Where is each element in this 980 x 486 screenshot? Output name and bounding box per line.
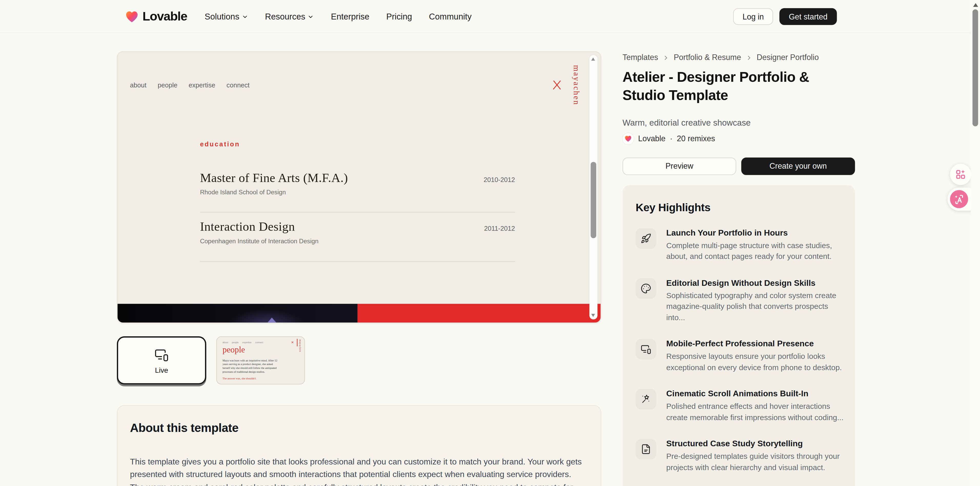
- key-highlights-panel: Key Highlights Launch Your Portfolio in …: [622, 185, 855, 486]
- nav-resources[interactable]: Resources: [265, 12, 314, 21]
- template-live-preview[interactable]: about people expertise connect mayachen …: [117, 51, 601, 323]
- highlight-item: Cinematic Scroll Animations Built-In Pol…: [636, 389, 842, 423]
- degree-years: 2010-2012: [484, 175, 515, 183]
- degree-years: 2011-2012: [484, 225, 515, 232]
- devices-icon: [154, 347, 169, 362]
- preview-footer-band: [118, 304, 600, 322]
- about-body: This template gives you a portfolio site…: [130, 456, 584, 486]
- page-scrollbar[interactable]: [970, 0, 980, 486]
- close-icon[interactable]: [551, 80, 563, 91]
- top-navbar: Lovable Solutions Resources Enterprise P…: [0, 0, 970, 33]
- degree-school: Rhode Island School of Design: [200, 189, 286, 196]
- login-button[interactable]: Log in: [733, 8, 773, 25]
- degree-title: Master of Fine Arts (M.F.A.): [200, 171, 348, 185]
- scroll-up-arrow-icon[interactable]: [591, 57, 595, 61]
- nav-enterprise[interactable]: Enterprise: [331, 12, 369, 21]
- thumb-scroll-indicator: [296, 339, 298, 346]
- byline-separator: ·: [670, 134, 673, 143]
- about-title: About this template: [130, 421, 238, 435]
- lovable-logo[interactable]: Lovable: [125, 10, 187, 24]
- byline-author[interactable]: Lovable: [638, 134, 665, 143]
- preview-vertical-brand: mayachen: [571, 65, 581, 105]
- degree-school: Copenhagen Institute of Interaction Desi…: [200, 237, 318, 245]
- highlight-desc: Pre-designed templates guide visitors th…: [666, 451, 846, 473]
- apps-sparkle-widget-button[interactable]: [950, 164, 971, 185]
- education-entry: Master of Fine Arts (M.F.A.) 2010-2012: [200, 171, 515, 185]
- lovable-heart-icon: [125, 10, 139, 24]
- degree-title: Interaction Design: [200, 220, 295, 234]
- footer-dark-segment: [118, 304, 357, 322]
- preview-nav-expertise[interactable]: expertise: [189, 81, 215, 89]
- highlight-desc: Polished entrance effects and hover inte…: [666, 402, 846, 423]
- breadcrumb-category[interactable]: Portfolio & Resume: [674, 53, 741, 62]
- people-page-thumbnail[interactable]: about people expertise connect × mayache…: [216, 336, 305, 384]
- chevron-down-icon: [308, 14, 314, 20]
- preview-scrollbar-thumb[interactable]: [591, 162, 597, 238]
- breadcrumb-current[interactable]: Designer Portfolio: [757, 53, 819, 62]
- nav-pricing[interactable]: Pricing: [386, 12, 412, 21]
- chevron-right-icon: [746, 54, 752, 61]
- file-text-icon: [636, 439, 656, 459]
- template-title: Atelier - Designer Portfolio & Studio Te…: [622, 69, 838, 105]
- preview-button[interactable]: Preview: [622, 158, 736, 175]
- key-highlights-title: Key Highlights: [622, 185, 855, 215]
- wand-sparkles-icon: [636, 389, 656, 410]
- get-started-button[interactable]: Get started: [780, 8, 837, 25]
- devices-icon: [636, 339, 656, 359]
- grid-sparkle-icon: [955, 168, 967, 181]
- highlight-desc: Responsive layouts ensure your portfolio…: [666, 351, 846, 373]
- create-your-own-button[interactable]: Create your own: [741, 158, 855, 175]
- thumb-body-text: Maya was born with an inquisitive mind. …: [223, 359, 280, 374]
- chevron-right-icon: [662, 54, 670, 61]
- divider: [200, 261, 515, 262]
- footer-triangle-decor: [267, 317, 276, 323]
- preview-scrollbar[interactable]: [589, 55, 598, 320]
- nav-community[interactable]: Community: [429, 12, 471, 21]
- highlight-title: Mobile-Perfect Professional Presence: [666, 339, 846, 348]
- template-subtitle: Warm, editorial creative showcase: [622, 118, 751, 127]
- page: Lovable Solutions Resources Enterprise P…: [0, 0, 980, 486]
- main-nav: Solutions Resources Enterprise Pricing C…: [205, 12, 471, 21]
- divider: [200, 212, 515, 212]
- scroll-down-arrow-icon[interactable]: [591, 314, 595, 317]
- about-template-card: About this template This template gives …: [117, 405, 601, 486]
- highlight-title: Editorial Design Without Design Skills: [666, 278, 846, 288]
- live-label: Live: [155, 366, 168, 373]
- live-view-card[interactable]: Live: [117, 336, 206, 384]
- thumb-heading: people: [223, 345, 245, 355]
- nav-solutions[interactable]: Solutions: [205, 12, 248, 21]
- highlight-item: Structured Case Study Storytelling Pre-d…: [636, 439, 842, 473]
- translate-icon: [950, 190, 968, 208]
- thumb-close-icon: ×: [291, 340, 294, 344]
- highlight-title: Cinematic Scroll Animations Built-In: [666, 389, 846, 398]
- highlight-title: Structured Case Study Storytelling: [666, 439, 846, 448]
- preview-section-label: education: [200, 140, 240, 147]
- breadcrumb-templates[interactable]: Templates: [622, 53, 658, 62]
- scroll-up-arrow-icon[interactable]: [973, 3, 978, 7]
- template-byline: Lovable · 20 remixes: [622, 133, 715, 144]
- breadcrumb: Templates Portfolio & Resume Designer Po…: [622, 53, 819, 62]
- highlight-desc: Complete multi-page structure with case …: [666, 241, 846, 263]
- footer-red-segment: [358, 304, 601, 322]
- chevron-down-icon: [242, 14, 248, 20]
- preview-nav-people[interactable]: people: [158, 81, 177, 89]
- highlight-item: Launch Your Portfolio in Hours Complete …: [636, 228, 842, 263]
- lovable-heart-icon: [622, 133, 634, 144]
- thumb-site-nav: about people expertise connect: [223, 341, 263, 344]
- thumb-vertical-brand: mayachen: [299, 339, 302, 352]
- highlight-item: Mobile-Perfect Professional Presence Res…: [636, 339, 842, 373]
- highlight-title: Launch Your Portfolio in Hours: [666, 228, 846, 237]
- preview-site-nav: about people expertise connect: [130, 81, 249, 89]
- palette-icon: [636, 278, 656, 299]
- highlight-item: Editorial Design Without Design Skills S…: [636, 278, 842, 323]
- rocket-icon: [636, 228, 656, 249]
- highlight-desc: Sophisticated typography and color syste…: [666, 291, 846, 323]
- byline-remix-count: 20 remixes: [677, 134, 715, 143]
- preview-nav-about[interactable]: about: [130, 81, 146, 89]
- preview-nav-connect[interactable]: connect: [226, 81, 250, 89]
- thumb-highlight-text: The answer was, she shouldn't.: [223, 377, 256, 380]
- education-entry: Interaction Design 2011-2012: [200, 220, 515, 234]
- page-scrollbar-thumb[interactable]: [972, 10, 978, 126]
- brand-name: Lovable: [143, 10, 187, 24]
